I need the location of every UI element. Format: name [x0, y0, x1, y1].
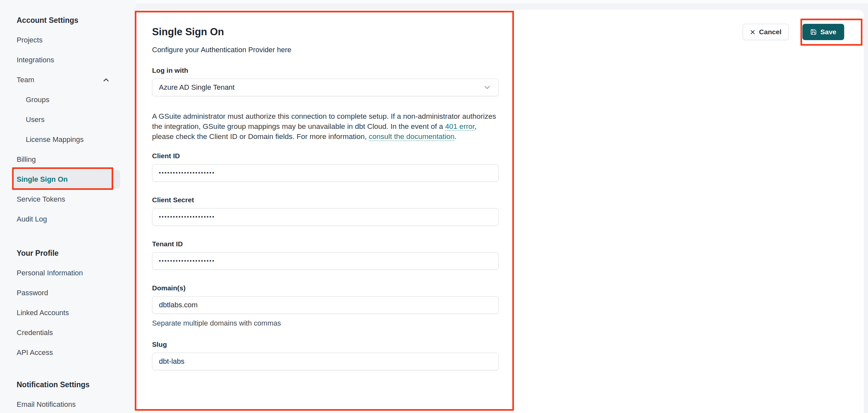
- login-with-selected-value: Azure AD Single Tenant: [159, 83, 235, 92]
- 401-error-link[interactable]: 401 error: [445, 122, 474, 130]
- sidebar-item-single-sign-on[interactable]: Single Sign On: [0, 169, 136, 189]
- sidebar-item-users[interactable]: Users: [0, 109, 136, 129]
- tenant-id-field[interactable]: ••••••••••••••••••••: [152, 252, 499, 270]
- sidebar-item-audit-log[interactable]: Audit Log: [0, 209, 136, 229]
- sidebar-item-api-access[interactable]: API Access: [0, 343, 136, 362]
- tenant-id-label: Tenant ID: [152, 240, 499, 248]
- sidebar-item-password[interactable]: Password: [0, 283, 136, 303]
- sidebar-item-linked-accounts[interactable]: Linked Accounts: [0, 303, 136, 323]
- sidebar-item-service-tokens[interactable]: Service Tokens: [0, 189, 136, 209]
- gsuite-admin-note: A GSuite administrator must authorize th…: [152, 111, 499, 141]
- sso-settings-card: Single Sign On Configure your Authentica…: [136, 10, 864, 413]
- client-id-field[interactable]: ••••••••••••••••••••: [152, 164, 499, 182]
- sidebar-heading-notification-settings: Notification Settings: [0, 377, 136, 392]
- login-with-label: Log in with: [152, 67, 499, 74]
- save-icon: [810, 29, 817, 35]
- sidebar-item-integrations[interactable]: Integrations: [0, 50, 136, 70]
- page-title: Single Sign On: [152, 26, 499, 38]
- sso-form: Single Sign On Configure your Authentica…: [152, 26, 499, 370]
- sidebar-item-license-mappings[interactable]: License Mappings: [0, 129, 136, 150]
- client-id-masked-value: ••••••••••••••••••••: [159, 170, 215, 176]
- close-icon: [750, 29, 755, 35]
- domains-helper-text: Separate multiple domains with commas: [152, 319, 499, 327]
- sidebar-item-groups[interactable]: Groups: [0, 90, 136, 109]
- login-with-select[interactable]: Azure AD Single Tenant: [152, 78, 499, 96]
- sidebar-item-personal-information[interactable]: Personal Information: [0, 263, 136, 283]
- sidebar-heading-your-profile: Your Profile: [0, 246, 136, 260]
- page-subtitle: Configure your Authentication Provider h…: [152, 46, 499, 54]
- slug-label: Slug: [152, 341, 499, 348]
- sidebar-item-credentials[interactable]: Credentials: [0, 323, 136, 343]
- sidebar-item-projects[interactable]: Projects: [0, 30, 136, 50]
- domains-value: dbtlabs.com: [159, 301, 198, 309]
- consult-documentation-link[interactable]: consult the documentation: [369, 132, 455, 140]
- domains-label: Domain(s): [152, 284, 499, 292]
- settings-sidebar: Account Settings Projects Integrations T…: [0, 0, 136, 413]
- cancel-button[interactable]: Cancel: [743, 24, 789, 40]
- chevron-down-icon: [483, 83, 492, 92]
- sidebar-item-email-notifications[interactable]: Email Notifications: [0, 394, 136, 413]
- chevron-up-icon: [102, 76, 110, 84]
- slug-field[interactable]: dbt-labs: [152, 353, 499, 370]
- form-actions: Cancel Save: [743, 24, 844, 40]
- slug-value: dbt-labs: [159, 357, 184, 366]
- client-id-label: Client ID: [152, 152, 499, 160]
- tenant-id-masked-value: ••••••••••••••••••••: [159, 258, 215, 264]
- sidebar-heading-account-settings: Account Settings: [0, 13, 136, 27]
- save-button[interactable]: Save: [802, 24, 844, 40]
- sidebar-item-billing[interactable]: Billing: [0, 150, 136, 169]
- client-secret-field[interactable]: ••••••••••••••••••••: [152, 208, 499, 226]
- sidebar-item-team[interactable]: Team: [0, 70, 136, 90]
- client-secret-label: Client Secret: [152, 196, 499, 204]
- domains-field[interactable]: dbtlabs.com: [152, 296, 499, 314]
- client-secret-masked-value: ••••••••••••••••••••: [159, 214, 215, 220]
